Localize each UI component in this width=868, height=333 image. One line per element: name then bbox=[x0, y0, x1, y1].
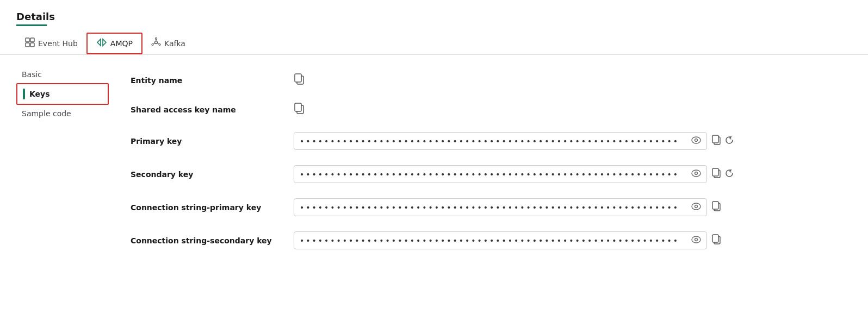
page-title: Details bbox=[0, 11, 868, 24]
event-hub-icon bbox=[25, 37, 35, 49]
svg-rect-2 bbox=[26, 43, 29, 47]
sidebar-item-sample-code[interactable]: Sample code bbox=[16, 105, 109, 122]
connection-string-secondary-eye-icon[interactable] bbox=[691, 235, 701, 246]
field-row-secondary-key: Secondary key ••••••••••••••••••••••••••… bbox=[131, 158, 835, 191]
primary-key-dots: ••••••••••••••••••••••••••••••••••••••••… bbox=[300, 137, 687, 146]
field-row-entity-name: Entity name bbox=[131, 66, 835, 95]
sidebar-item-keys[interactable]: Keys bbox=[16, 83, 109, 105]
secondary-key-eye-icon[interactable] bbox=[691, 169, 701, 179]
connection-string-secondary-dots: ••••••••••••••••••••••••••••••••••••••••… bbox=[300, 236, 687, 245]
svg-rect-1 bbox=[30, 38, 34, 42]
svg-line-12 bbox=[153, 43, 155, 44]
field-row-connection-string-secondary: Connection string-secondary key ••••••••… bbox=[131, 224, 835, 257]
secondary-key-dots: ••••••••••••••••••••••••••••••••••••••••… bbox=[300, 170, 687, 179]
entity-name-value-area bbox=[294, 73, 835, 87]
tab-amqp[interactable]: AMQP bbox=[86, 33, 142, 54]
sidebar-item-keys-label: Keys bbox=[29, 90, 50, 98]
svg-point-30 bbox=[695, 238, 698, 241]
page-container: Details Event Hub AMQP bbox=[0, 0, 868, 333]
svg-point-6 bbox=[154, 41, 157, 44]
secondary-key-actions bbox=[711, 168, 734, 181]
svg-point-9 bbox=[152, 44, 153, 46]
tab-kafka-label: Kafka bbox=[164, 39, 185, 48]
title-underline bbox=[16, 24, 47, 26]
svg-marker-5 bbox=[103, 39, 106, 46]
svg-point-8 bbox=[159, 44, 160, 46]
connection-string-primary-eye-icon[interactable] bbox=[691, 202, 701, 212]
primary-key-input-box: ••••••••••••••••••••••••••••••••••••••••… bbox=[294, 132, 707, 150]
right-panel: Entity name Shared access key name bbox=[109, 60, 868, 333]
amqp-icon bbox=[96, 38, 107, 49]
field-row-connection-string-primary: Connection string-primary key ••••••••••… bbox=[131, 191, 835, 224]
svg-rect-3 bbox=[30, 43, 34, 47]
connection-string-primary-input-box: ••••••••••••••••••••••••••••••••••••••••… bbox=[294, 198, 707, 216]
secondary-key-label: Secondary key bbox=[131, 170, 283, 179]
shared-access-key-value-area bbox=[294, 103, 835, 117]
connection-string-primary-dots: ••••••••••••••••••••••••••••••••••••••••… bbox=[300, 203, 687, 212]
sidebar: Basic Keys Sample code bbox=[0, 60, 109, 333]
active-indicator bbox=[23, 89, 25, 99]
kafka-icon bbox=[151, 37, 161, 49]
svg-point-18 bbox=[695, 139, 698, 142]
tab-kafka[interactable]: Kafka bbox=[142, 33, 194, 54]
tab-event-hub[interactable]: Event Hub bbox=[16, 33, 86, 54]
svg-point-7 bbox=[155, 38, 157, 40]
sidebar-item-sample-code-label: Sample code bbox=[22, 109, 71, 118]
tab-event-hub-label: Event Hub bbox=[38, 39, 78, 48]
connection-string-secondary-label: Connection string-secondary key bbox=[131, 236, 283, 245]
connection-string-primary-value-area: ••••••••••••••••••••••••••••••••••••••••… bbox=[294, 198, 835, 216]
svg-marker-4 bbox=[97, 39, 101, 46]
svg-point-21 bbox=[692, 170, 700, 177]
secondary-key-refresh-icon[interactable] bbox=[724, 168, 734, 180]
entity-name-copy-icon[interactable] bbox=[294, 73, 305, 87]
connection-string-primary-label: Connection string-primary key bbox=[131, 203, 283, 212]
connection-string-secondary-value-area: ••••••••••••••••••••••••••••••••••••••••… bbox=[294, 231, 835, 249]
secondary-key-input-box: ••••••••••••••••••••••••••••••••••••••••… bbox=[294, 165, 707, 183]
primary-key-refresh-icon[interactable] bbox=[724, 135, 734, 147]
field-row-primary-key: Primary key ••••••••••••••••••••••••••••… bbox=[131, 124, 835, 158]
primary-key-actions bbox=[711, 135, 734, 148]
svg-point-26 bbox=[695, 205, 698, 208]
svg-point-29 bbox=[692, 236, 700, 243]
secondary-key-value-area: ••••••••••••••••••••••••••••••••••••••••… bbox=[294, 165, 835, 183]
connection-string-secondary-input-box: ••••••••••••••••••••••••••••••••••••••••… bbox=[294, 231, 707, 249]
svg-rect-28 bbox=[712, 202, 718, 209]
secondary-key-copy-icon[interactable] bbox=[711, 168, 721, 181]
svg-rect-32 bbox=[712, 235, 718, 242]
svg-line-11 bbox=[157, 43, 159, 44]
svg-rect-0 bbox=[26, 38, 29, 42]
tab-amqp-label: AMQP bbox=[110, 39, 133, 48]
tabs-row: Event Hub AMQP bbox=[0, 33, 868, 55]
shared-access-key-name-label: Shared access key name bbox=[131, 105, 283, 114]
connection-string-secondary-copy-icon[interactable] bbox=[711, 234, 721, 247]
main-content: Basic Keys Sample code Entity name bbox=[0, 55, 868, 333]
primary-key-eye-icon[interactable] bbox=[691, 136, 701, 146]
svg-point-25 bbox=[692, 203, 700, 210]
sidebar-item-basic-label: Basic bbox=[22, 70, 42, 79]
svg-point-17 bbox=[692, 137, 700, 143]
svg-rect-20 bbox=[712, 135, 718, 143]
field-row-shared-access-key-name: Shared access key name bbox=[131, 95, 835, 124]
svg-point-22 bbox=[695, 172, 698, 175]
primary-key-copy-icon[interactable] bbox=[711, 135, 721, 148]
svg-rect-14 bbox=[295, 74, 301, 82]
svg-rect-24 bbox=[712, 168, 718, 176]
svg-rect-16 bbox=[295, 103, 301, 111]
primary-key-value-area: ••••••••••••••••••••••••••••••••••••••••… bbox=[294, 132, 835, 150]
primary-key-label: Primary key bbox=[131, 137, 283, 146]
connection-string-primary-copy-icon[interactable] bbox=[711, 201, 721, 214]
shared-access-key-copy-icon[interactable] bbox=[294, 103, 305, 117]
connection-string-primary-actions bbox=[711, 201, 721, 214]
entity-name-label: Entity name bbox=[131, 76, 283, 85]
sidebar-item-basic[interactable]: Basic bbox=[16, 66, 109, 83]
connection-string-secondary-actions bbox=[711, 234, 721, 247]
